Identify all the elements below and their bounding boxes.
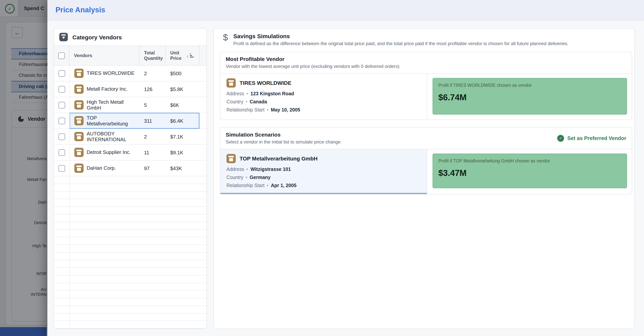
table-row[interactable]: DaHan Corp. 97 $43K — [54, 160, 206, 176]
profit-label: Profit if TIRES WORLDWIDE chosen as vend… — [438, 83, 621, 88]
scenario-vendor-details[interactable]: TOP Metallverarbeitung GmbH AddressWitzi… — [220, 149, 427, 194]
row-checkbox[interactable] — [58, 102, 65, 108]
column-header-vendors[interactable]: Vendors — [69, 46, 140, 65]
vendor-country: Germany — [244, 175, 270, 180]
table-row[interactable]: TIRES WORLDWIDE 2 $500 — [54, 66, 206, 81]
scenarios-subtitle: Select a vendor in the initial list to s… — [226, 139, 340, 145]
store-icon — [226, 154, 236, 163]
category-vendors-card: Category Vendors Vendors Total Quantity … — [54, 28, 207, 329]
savings-description: Profit is defined as the difference betw… — [234, 41, 569, 46]
store-icon — [74, 116, 84, 125]
category-vendors-title: Category Vendors — [72, 34, 122, 40]
dollar-icon: $ — [223, 33, 228, 46]
store-icon — [226, 78, 236, 88]
archive-box-icon — [59, 33, 68, 41]
profit-box: Profit if TIRES WORLDWIDE chosen as vend… — [432, 78, 627, 115]
profit-value: $6.74M — [438, 93, 621, 103]
vendor-relationship-start: May 10, 2005 — [264, 107, 300, 113]
profit-label: Profit if TOP Metallverarbeitung GmbH ch… — [438, 158, 621, 163]
page-title: Price Analysis — [48, 6, 105, 14]
row-checkbox[interactable] — [58, 70, 65, 77]
verified-check-icon: ✓ — [557, 135, 564, 141]
profit-box: Profit if TOP Metallverarbeitung GmbH ch… — [432, 153, 627, 188]
simulation-scenarios-card: Simulation Scenarios Select a vendor in … — [220, 127, 632, 195]
store-icon — [74, 84, 84, 94]
row-checkbox[interactable] — [58, 117, 65, 124]
panel-header: Price Analysis — [48, 0, 644, 20]
table-row[interactable]: High Tech Metall GmbH 5 $6K — [54, 97, 206, 113]
screen: ✓ Spend C ← Führerhausrah Führerhausrah … — [0, 0, 644, 336]
column-header-unit-price[interactable]: Unit Price ↓ — [166, 46, 200, 65]
price-analysis-panel: Price Analysis Category Vendors Vendors … — [48, 0, 644, 336]
store-icon — [74, 132, 84, 141]
sort-ascending-icon[interactable]: ↓ — [186, 53, 194, 58]
most-profitable-title: Most Profitable Vendor — [226, 56, 400, 62]
table-row-selected[interactable]: TOP Metallverarbeitung 311 $6.4K — [54, 113, 206, 129]
store-icon — [74, 69, 84, 78]
store-icon — [74, 100, 84, 110]
row-checkbox[interactable] — [58, 165, 65, 172]
select-all-checkbox[interactable] — [58, 52, 65, 59]
most-profitable-subtitle: Vendor with the lowest average unit pric… — [226, 64, 400, 69]
vendor-relationship-start: Apr 1, 2005 — [264, 183, 296, 188]
vendor-address: 123 Kingston Road — [244, 91, 294, 96]
vendor-name: TOP Metallverarbeitung GmbH — [240, 155, 318, 162]
profit-value: $3.47M — [438, 168, 621, 178]
store-icon — [74, 148, 84, 157]
table-row[interactable]: Metall Factory Inc. 126 $5.8K — [54, 81, 206, 97]
table-header: Vendors Total Quantity Unit Price ↓ — [54, 46, 206, 66]
vendor-country: Canada — [244, 99, 267, 105]
vendor-details: TIRES WORLDWIDE Address123 Kingston Road… — [220, 74, 427, 120]
table-row[interactable]: Detroit Supplier Inc. 11 $9.1K — [54, 145, 206, 160]
empty-rows — [54, 176, 206, 329]
scenarios-title: Simulation Scenarios — [226, 131, 340, 138]
savings-simulations-card: $ Savings Simulations Profit is defined … — [214, 28, 635, 329]
row-checkbox[interactable] — [58, 86, 65, 92]
vendor-name: TIRES WORLDWIDE — [240, 80, 292, 86]
table-row[interactable]: AUTOBODY INTERNATIONAL 2 $7.1K — [54, 129, 206, 145]
savings-title: Savings Simulations — [234, 33, 569, 39]
column-header-total-quantity[interactable]: Total Quantity — [140, 46, 166, 65]
store-icon — [74, 163, 84, 173]
most-profitable-vendor-card: Most Profitable Vendor Vendor with the l… — [220, 52, 632, 120]
row-checkbox[interactable] — [58, 133, 65, 140]
set-preferred-vendor-button[interactable]: ✓ Set as Preferred Vendor — [557, 135, 626, 141]
row-checkbox[interactable] — [58, 149, 65, 156]
vendor-address: Witzigstrasse 101 — [244, 167, 291, 172]
